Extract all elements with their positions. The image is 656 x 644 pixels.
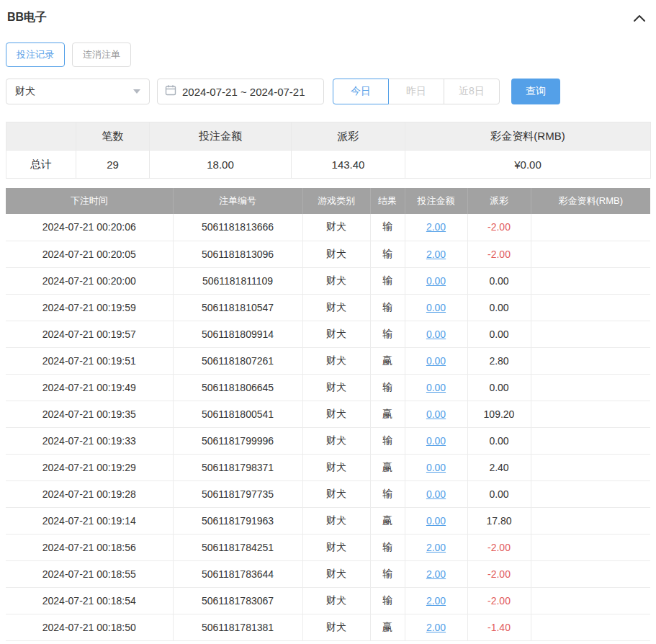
- bonus-cell: [531, 241, 650, 267]
- quick-last8days-button[interactable]: 近8日: [444, 79, 500, 104]
- game-select[interactable]: 财犬: [6, 79, 150, 104]
- bonus-cell: [531, 347, 650, 374]
- bonus-cell: [531, 427, 650, 454]
- table-row: 2024-07-21 00:19:59 5061181810547 财犬 输 0…: [6, 294, 650, 321]
- game-type-cell: 财犬: [302, 454, 370, 480]
- summary-header-empty: [6, 122, 76, 151]
- summary-header-bonus: 彩金资料(RMB): [405, 122, 651, 151]
- bet-amount-cell: 0.00: [405, 267, 467, 294]
- search-button[interactable]: 查询: [511, 79, 560, 104]
- col-bet-amount: 投注金额: [405, 188, 467, 214]
- game-select-value: 财犬: [15, 85, 35, 98]
- payout-cell: 2.40: [467, 454, 531, 480]
- game-type-cell: 财犬: [302, 267, 370, 294]
- quick-yesterday-button[interactable]: 昨日: [388, 79, 444, 104]
- payout-cell: -1.40: [467, 614, 531, 640]
- bet-time-cell: 2024-07-21 00:19:28: [6, 480, 173, 507]
- bet-amount-cell: 0.00: [405, 294, 467, 321]
- bet-amount-link[interactable]: 0.00: [426, 355, 446, 367]
- bet-amount-link[interactable]: 2.00: [426, 249, 446, 260]
- bonus-cell: [531, 294, 650, 321]
- bet-amount-cell: 0.00: [405, 347, 467, 374]
- bet-time-cell: 2024-07-21 00:18:50: [6, 614, 173, 640]
- chevron-up-icon: [633, 14, 646, 24]
- bet-amount-cell: 0.00: [405, 427, 467, 454]
- bet-time-cell: 2024-07-21 00:20:05: [6, 241, 173, 267]
- payout-cell: -2.00: [467, 587, 531, 614]
- result-cell: 输: [370, 587, 405, 614]
- payout-cell: -2.00: [467, 241, 531, 267]
- tab-bet-records[interactable]: 投注记录: [6, 43, 65, 67]
- bet-amount-link[interactable]: 0.00: [426, 515, 446, 527]
- bet-amount-link[interactable]: 2.00: [426, 568, 446, 580]
- result-cell: 输: [370, 480, 405, 507]
- table-row: 2024-07-21 00:20:00 5061181811109 财犬 输 0…: [6, 267, 650, 294]
- bet-amount-link[interactable]: 0.00: [426, 275, 446, 287]
- bet-amount-link[interactable]: 0.00: [426, 408, 446, 420]
- bet-amount-link[interactable]: 2.00: [426, 622, 446, 633]
- bonus-cell: [531, 374, 650, 401]
- bonus-cell: [531, 507, 650, 534]
- bet-amount-link[interactable]: 2.00: [426, 595, 446, 607]
- quick-today-button[interactable]: 今日: [333, 79, 389, 104]
- bet-time-cell: 2024-07-21 00:19:35: [6, 401, 173, 427]
- order-id-cell: 5061181784251: [173, 534, 302, 560]
- summary-header-payout: 派彩: [292, 122, 405, 151]
- bet-amount-link[interactable]: 2.00: [426, 542, 446, 553]
- payout-cell: -2.00: [467, 534, 531, 560]
- collapse-panel-button[interactable]: [632, 12, 647, 24]
- game-type-cell: 财犬: [302, 347, 370, 374]
- col-bonus: 彩金资料(RMB): [531, 188, 650, 214]
- summary-row: 总计 29 18.00 143.40 ¥0.00: [6, 151, 651, 179]
- tab-bar: 投注记录 连消注单: [6, 43, 650, 67]
- bet-amount-link[interactable]: 0.00: [426, 328, 446, 340]
- tab-cancelled-orders[interactable]: 连消注单: [72, 43, 131, 67]
- date-range-input[interactable]: 2024-07-21 ~ 2024-07-21: [157, 79, 324, 104]
- summary-row-label: 总计: [6, 151, 76, 179]
- result-cell: 赢: [370, 401, 405, 427]
- col-game-type: 游戏类别: [302, 188, 370, 214]
- bet-amount-cell: 0.00: [405, 454, 467, 480]
- payout-cell: 0.00: [467, 267, 531, 294]
- table-row: 2024-07-21 00:19:49 5061181806645 财犬 输 0…: [6, 374, 650, 401]
- game-type-cell: 财犬: [302, 507, 370, 534]
- bet-time-cell: 2024-07-21 00:20:00: [6, 267, 173, 294]
- game-type-cell: 财犬: [302, 321, 370, 347]
- bet-amount-cell: 0.00: [405, 507, 467, 534]
- bet-amount-cell: 2.00: [405, 534, 467, 560]
- order-id-cell: 5061181783067: [173, 587, 302, 614]
- result-cell: 输: [370, 534, 405, 560]
- game-type-cell: 财犬: [302, 214, 370, 241]
- game-type-cell: 财犬: [302, 294, 370, 321]
- order-id-cell: 5061181800541: [173, 401, 302, 427]
- summary-payout: 143.40: [292, 151, 405, 179]
- bonus-cell: [531, 267, 650, 294]
- result-cell: 输: [370, 321, 405, 347]
- bet-time-cell: 2024-07-21 00:18:55: [6, 560, 173, 587]
- bonus-cell: [531, 214, 650, 241]
- bet-time-cell: 2024-07-21 00:18:56: [6, 534, 173, 560]
- payout-cell: -2.00: [467, 560, 531, 587]
- titlebar: BB电子: [6, 9, 650, 25]
- payout-cell: 0.00: [467, 294, 531, 321]
- bet-amount-link[interactable]: 0.00: [426, 302, 446, 313]
- order-id-cell: 5061181799996: [173, 427, 302, 454]
- order-id-cell: 5061181811109: [173, 267, 302, 294]
- table-row: 2024-07-21 00:19:14 5061181791963 财犬 赢 0…: [6, 507, 650, 534]
- bet-amount-link[interactable]: 2.00: [426, 221, 446, 233]
- payout-cell: 0.00: [467, 480, 531, 507]
- bet-amount-link[interactable]: 0.00: [426, 435, 446, 447]
- order-id-cell: 5061181810547: [173, 294, 302, 321]
- col-payout: 派彩: [467, 188, 531, 214]
- order-id-cell: 5061181807261: [173, 347, 302, 374]
- bet-amount-link[interactable]: 0.00: [426, 462, 446, 473]
- order-id-cell: 5061181783644: [173, 560, 302, 587]
- summary-header-bet-amount: 投注金额: [150, 122, 292, 151]
- bet-amount-link[interactable]: 0.00: [426, 488, 446, 500]
- table-row: 2024-07-21 00:20:06 5061181813666 财犬 输 2…: [6, 214, 650, 241]
- result-cell: 输: [370, 214, 405, 241]
- bet-amount-link[interactable]: 0.00: [426, 382, 446, 393]
- summary-bet-amount: 18.00: [150, 151, 292, 179]
- bet-records-panel: BB电子 投注记录 连消注单 财犬 2024-07-21: [0, 0, 656, 641]
- order-id-cell: 5061181813096: [173, 241, 302, 267]
